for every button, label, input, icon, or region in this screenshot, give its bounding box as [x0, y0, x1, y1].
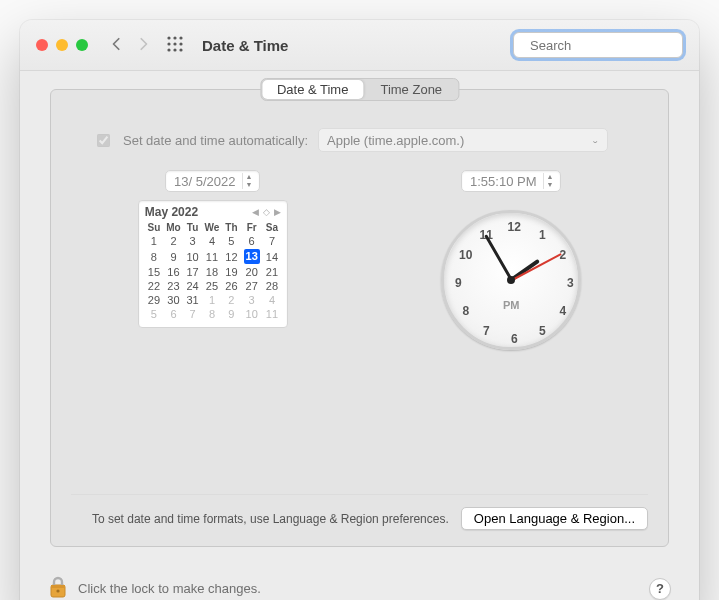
forward-button[interactable]	[136, 37, 150, 54]
calendar-today-icon[interactable]: ◇	[263, 207, 270, 217]
back-button[interactable]	[110, 37, 124, 54]
time-server-select[interactable]: Apple (time.apple.com.) ⌄	[318, 128, 608, 152]
calendar-day[interactable]: 7	[184, 307, 202, 321]
svg-point-7	[173, 48, 176, 51]
calendar-day[interactable]: 22	[145, 279, 163, 293]
minute-hand	[484, 234, 513, 281]
calendar-day[interactable]: 30	[163, 293, 184, 307]
calendar-prev-icon[interactable]: ◀	[252, 207, 259, 217]
svg-point-0	[167, 36, 170, 39]
calendar-day[interactable]: 15	[145, 265, 163, 279]
search-field[interactable]	[513, 32, 683, 58]
calendar-day[interactable]: 13	[240, 248, 263, 265]
calendar-day[interactable]: 7	[263, 234, 281, 248]
time-server-value: Apple (time.apple.com.)	[327, 133, 464, 148]
calendar-day[interactable]: 24	[184, 279, 202, 293]
lock-text: Click the lock to make changes.	[78, 581, 261, 596]
clock-ampm: PM	[503, 299, 520, 311]
calendar-day[interactable]: 2	[223, 293, 241, 307]
calendar-next-icon[interactable]: ▶	[274, 207, 281, 217]
calendar-day[interactable]: 11	[201, 248, 222, 265]
svg-point-2	[179, 36, 182, 39]
calendar-day[interactable]: 17	[184, 265, 202, 279]
help-button[interactable]: ?	[649, 578, 671, 600]
date-field[interactable]: 13/ 5/2022 ▲▼	[165, 170, 260, 192]
minimize-window-button[interactable]	[56, 39, 68, 51]
calendar-day[interactable]: 3	[184, 234, 202, 248]
calendar-day[interactable]: 6	[163, 307, 184, 321]
calendar-weekday: We	[201, 221, 222, 234]
tab-time-zone[interactable]: Time Zone	[364, 79, 458, 100]
calendar-day[interactable]: 12	[223, 248, 241, 265]
calendar-day[interactable]: 5	[223, 234, 241, 248]
time-stepper[interactable]: ▲▼	[543, 173, 557, 189]
calendar-day[interactable]: 26	[223, 279, 241, 293]
calendar-day[interactable]: 4	[263, 293, 281, 307]
calendar-day[interactable]: 25	[201, 279, 222, 293]
calendar-nav: ◀ ◇ ▶	[252, 207, 281, 217]
calendar-day[interactable]: 11	[263, 307, 281, 321]
clock-number: 1	[539, 228, 546, 242]
traffic-lights	[36, 39, 88, 51]
calendar-day[interactable]: 9	[163, 248, 184, 265]
tab-date-time[interactable]: Date & Time	[262, 80, 364, 99]
calendar-day[interactable]: 31	[184, 293, 202, 307]
date-column: 13/ 5/2022 ▲▼ May 2022 ◀ ◇ ▶	[138, 170, 288, 482]
calendar-weekday: Sa	[263, 221, 281, 234]
calendar-day[interactable]: 6	[240, 234, 263, 248]
nav-arrows	[110, 37, 150, 54]
analog-clock: 123456789101112 PM	[441, 210, 581, 350]
calendar-weekday: Fr	[240, 221, 263, 234]
calendar-day[interactable]: 19	[223, 265, 241, 279]
calendar-day[interactable]: 18	[201, 265, 222, 279]
calendar-day[interactable]: 16	[163, 265, 184, 279]
svg-rect-12	[51, 585, 65, 588]
window-title: Date & Time	[202, 37, 288, 54]
titlebar: Date & Time	[20, 20, 699, 71]
calendar-day[interactable]: 23	[163, 279, 184, 293]
clock-number: 2	[559, 248, 566, 262]
svg-point-6	[167, 48, 170, 51]
calendar-day[interactable]: 5	[145, 307, 163, 321]
time-field[interactable]: 1:55:10 PM ▲▼	[461, 170, 561, 192]
clock-number: 6	[511, 332, 518, 346]
svg-point-8	[179, 48, 182, 51]
clock-cap	[507, 276, 515, 284]
calendar-weekday: Mo	[163, 221, 184, 234]
calendar-weekday: Th	[223, 221, 241, 234]
clock-number: 3	[567, 276, 574, 290]
calendar-day[interactable]: 10	[184, 248, 202, 265]
calendar-day[interactable]: 28	[263, 279, 281, 293]
calendar-day[interactable]: 8	[145, 248, 163, 265]
svg-point-5	[179, 42, 182, 45]
zoom-window-button[interactable]	[76, 39, 88, 51]
open-language-region-button[interactable]: Open Language & Region...	[461, 507, 648, 530]
calendar-grid: SuMoTuWeThFrSa 1234567891011121314151617…	[145, 221, 281, 321]
search-input[interactable]	[528, 37, 699, 54]
calendar-day[interactable]: 2	[163, 234, 184, 248]
lock-icon[interactable]	[48, 575, 68, 600]
close-window-button[interactable]	[36, 39, 48, 51]
calendar-day[interactable]: 21	[263, 265, 281, 279]
calendar-day[interactable]: 20	[240, 265, 263, 279]
calendar-day[interactable]: 10	[240, 307, 263, 321]
calendar[interactable]: May 2022 ◀ ◇ ▶ SuMoTuWeThFrSa 1234567891…	[138, 200, 288, 328]
calendar-day[interactable]: 29	[145, 293, 163, 307]
calendar-day[interactable]: 1	[201, 293, 222, 307]
auto-set-checkbox[interactable]	[97, 134, 110, 147]
calendar-day[interactable]: 27	[240, 279, 263, 293]
calendar-day[interactable]: 1	[145, 234, 163, 248]
calendar-day[interactable]: 3	[240, 293, 263, 307]
calendar-day[interactable]: 4	[201, 234, 222, 248]
prefs-window: Date & Time Date & Time Time Zone Set da…	[20, 20, 699, 600]
format-hint: To set date and time formats, use Langua…	[71, 512, 449, 526]
calendar-weekday: Tu	[184, 221, 202, 234]
auto-set-row: Set date and time automatically: Apple (…	[93, 128, 648, 152]
clock-number: 5	[539, 324, 546, 338]
calendar-day[interactable]: 9	[223, 307, 241, 321]
date-stepper[interactable]: ▲▼	[242, 173, 256, 189]
show-all-icon[interactable]	[166, 35, 184, 56]
calendar-day[interactable]: 8	[201, 307, 222, 321]
svg-point-13	[56, 589, 59, 592]
calendar-day[interactable]: 14	[263, 248, 281, 265]
